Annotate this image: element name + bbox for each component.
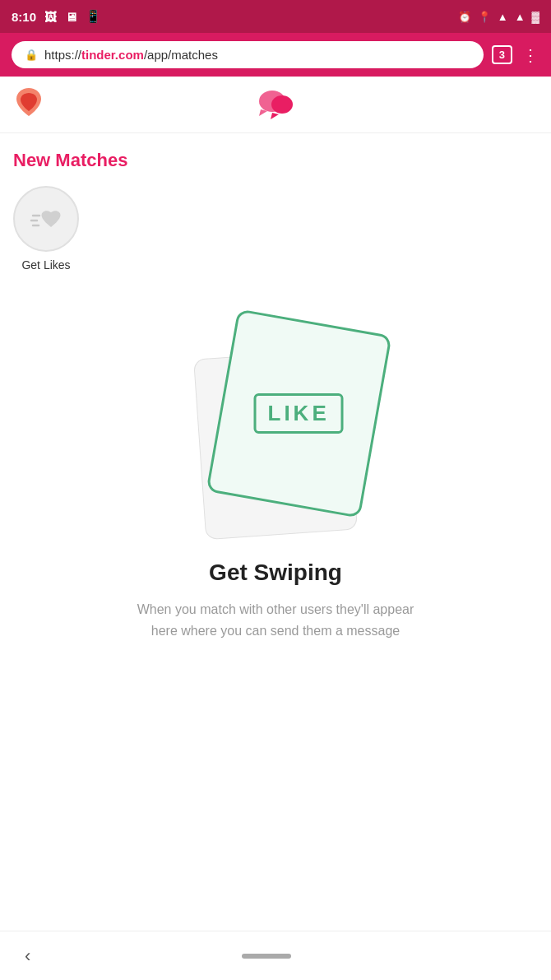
get-likes-item[interactable]: Get Likes [13,186,79,272]
like-stamp: LIKE [254,393,344,434]
status-bar: 8:10 🖼 🖥 📱 ⏰ 📍 ▲ ▲ ▓ [0,0,551,33]
get-likes-circle [13,186,79,252]
phone-icon: 📱 [86,9,101,24]
battery-icon: ▓ [532,11,539,23]
browser-menu-button[interactable]: ⋮ [522,45,539,65]
tab-counter[interactable]: 3 [492,45,512,64]
url-text: https://tinder.com/app/matches [44,48,218,62]
home-indicator [242,954,291,959]
photo-icon: 🖼 [44,10,57,24]
status-bar-right: ⏰ 📍 ▲ ▲ ▓ [458,11,539,23]
wifi-icon: ▲ [498,11,508,23]
time-display: 8:10 [12,10,36,24]
bottom-nav: ‹ [0,931,551,980]
status-bar-left: 8:10 🖼 🖥 📱 [12,9,101,24]
get-swiping-description: When you match with other users they'll … [136,599,415,641]
signal-icon: ▲ [515,11,526,23]
location-icon: 📍 [478,11,491,23]
main-content: New Matches Get Likes LIKE [0,133,551,874]
lock-icon: 🔒 [25,49,38,61]
url-brand: tinder.com [81,48,144,62]
back-button[interactable]: ‹ [25,945,30,967]
cards-illustration: LIKE [177,321,374,535]
tinder-logo[interactable] [16,88,41,122]
new-matches-title: New Matches [13,150,538,171]
get-swiping-section: LIKE Get Swiping When you match with oth… [13,304,538,657]
app-header [0,77,551,133]
alarm-icon: ⏰ [458,11,471,23]
svg-point-1 [271,95,293,114]
browser-actions: 3 ⋮ [492,45,539,65]
screen-icon: 🖥 [65,10,77,24]
browser-bar: 🔒 https://tinder.com/app/matches 3 ⋮ [0,33,551,77]
get-swiping-title: Get Swiping [209,560,342,586]
card-front: LIKE [206,309,391,518]
get-likes-label: Get Likes [21,258,70,272]
url-protocol: https:// [44,48,81,62]
new-matches-row: Get Likes [13,186,538,272]
url-path: /app/matches [144,48,218,62]
messages-tab[interactable] [257,88,294,121]
like-stamp-text: LIKE [268,401,330,425]
url-bar[interactable]: 🔒 https://tinder.com/app/matches [12,41,484,68]
